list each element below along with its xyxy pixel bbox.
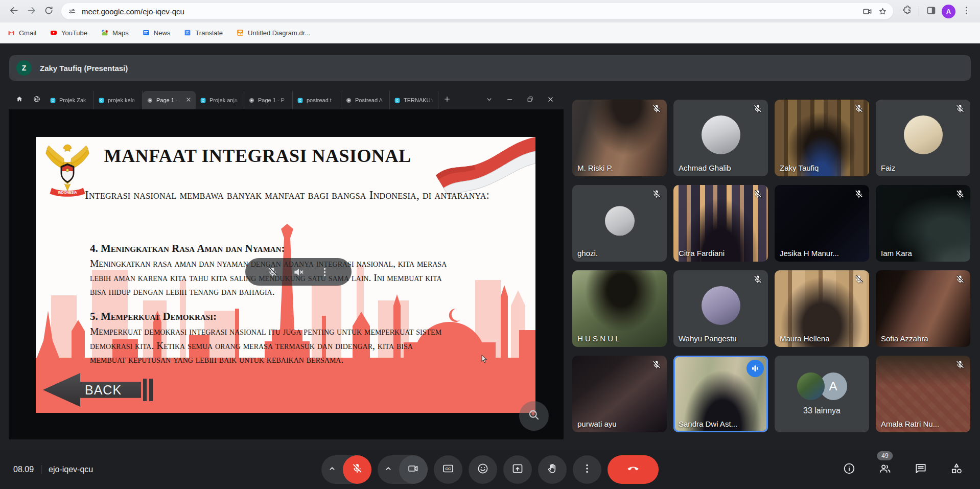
forward-button[interactable] [22,3,40,20]
play-icon [248,97,255,104]
activities-button[interactable] [946,459,967,480]
translate-icon [183,29,192,37]
chat-button[interactable] [911,459,931,480]
restore-button[interactable] [520,91,540,109]
chevron-up-icon [384,464,393,475]
more-vertical-icon[interactable] [319,266,331,278]
participant-tile-amala-ratri-nu[interactable]: Amala Ratri Nu... [876,356,970,432]
people-button[interactable]: 49 [875,459,895,480]
participant-tile-h-u-s-n-u-l[interactable]: H U S N U L [572,270,667,347]
participant-tile-wahyu-pangestu[interactable]: Wahyu Pangestu [673,270,768,347]
camera-control-group [378,455,428,484]
back-label: BACK [85,383,122,398]
remote-tab-postread-t[interactable]: postread t [293,91,341,109]
reload-button[interactable] [40,3,57,20]
new-tab-button[interactable] [438,91,456,109]
camera-in-use-icon[interactable] [859,4,875,19]
participant-tile-citra-fardiani[interactable]: Citra Fardiani [673,185,768,262]
bookmark-gmail[interactable]: Gmail [7,29,36,37]
remote-tab-page-1[interactable]: Page 1 - [143,91,196,109]
people-icon [878,462,892,477]
participant-tile-iam-kara[interactable]: Iam Kara [876,185,970,262]
bookmark-news[interactable]: News [142,29,171,37]
mic-off-icon [955,189,965,199]
mic-mute-button[interactable] [343,455,371,484]
participant-tile-m-riski-p[interactable]: M. Riski P. [572,100,667,176]
participant-tile-maura-hellena[interactable]: Maura Hellena [775,270,869,347]
remote-tab-postread-a[interactable]: Postread A [341,91,390,109]
side-panel-button[interactable] [922,3,940,20]
participant-name: Achmad Ghalib [679,164,731,172]
globe-button[interactable] [28,91,45,109]
participant-tile-33-lainnya[interactable]: A33 lainnya [775,356,869,432]
extensions-button[interactable] [898,3,916,20]
info-icon [843,462,856,477]
tab-label: TERNAKUY [404,97,434,103]
present-button[interactable] [503,455,532,484]
camera-options-button[interactable] [378,455,399,484]
more-options-button[interactable] [573,455,601,484]
camera-toggle-button[interactable] [399,455,428,484]
cc-icon: CC [442,462,454,477]
browser-toolbar: meet.google.com/ejo-iqev-qcu A [0,0,980,22]
reactions-button[interactable] [469,455,497,484]
bookmark-youtube[interactable]: YouTube [50,29,87,37]
bookmark-translate[interactable]: Translate [183,29,223,37]
participant-tile-faiz[interactable]: Faiz [876,100,970,176]
participant-tile-ghozi[interactable]: ghozi. [572,185,667,262]
mic-off-icon [753,104,763,114]
gmail-icon [7,29,15,37]
bookmark-label: YouTube [61,29,87,37]
end-call-button[interactable] [608,455,659,484]
tab-label: projek kelo [108,97,138,103]
remote-tab-ternakuy[interactable]: TERNAKUY [390,91,438,109]
participant-tile-sandra-dwi-ast[interactable]: Sandra Dwi Ast... [673,356,768,432]
close-tab-icon[interactable] [185,96,192,105]
bookmark-maps[interactable]: Maps [101,29,129,37]
participant-tile-sofia-azzahra[interactable]: Sofia Azzahra [876,270,970,347]
remote-tab-projek-anja[interactable]: Projek anja [196,91,244,109]
remote-tab-strip: Projek Zakprojek keloPage 1 -Projek anja… [9,91,564,109]
close-window-button[interactable] [540,91,561,109]
participant-tile-jesika-h-manur[interactable]: Jesika H Manur... [775,185,869,262]
profile-avatar[interactable]: A [942,5,955,18]
participant-name: ghozi. [577,249,598,258]
activities-icon [950,462,963,477]
browser-menu-button[interactable] [958,3,975,20]
back-slide-button[interactable]: BACK [43,373,155,407]
svg-text:CC: CC [446,467,451,471]
volume-off-icon[interactable] [293,266,305,278]
bookmark-star-icon[interactable] [875,4,890,19]
presentation-overlay-controls[interactable] [245,258,352,286]
remote-tab-page-1-p[interactable]: Page 1 - P [244,91,293,109]
minimize-button[interactable] [499,91,520,109]
tab-search-button[interactable] [479,91,499,109]
captions-button[interactable]: CC [434,455,462,484]
play-icon [345,97,352,104]
presentation-banner[interactable]: Z Zaky Taufiq (Presentasi) [9,55,971,81]
emoji-icon [477,462,489,477]
home-button[interactable] [11,91,28,109]
shared-screen: Projek Zakprojek keloPage 1 -Projek anja… [9,91,564,439]
site-info-icon[interactable] [67,7,77,16]
mic-off-icon[interactable] [267,266,278,278]
address-bar[interactable]: meet.google.com/ejo-iqev-qcu [61,3,893,19]
participant-tile-achmad-ghalib[interactable]: Achmad Ghalib [673,100,768,176]
meeting-details-button[interactable] [839,459,859,480]
home-icon [15,95,24,105]
url-text[interactable]: meet.google.com/ejo-iqev-qcu [82,7,859,16]
raise-hand-button[interactable] [538,455,567,484]
avatar [797,372,825,400]
tab-label: Projek Zak [59,97,89,103]
back-button[interactable] [5,3,22,20]
extensions-icon [902,5,913,18]
zoom-in-button[interactable] [519,401,549,431]
participant-tile-zaky-taufiq[interactable]: Zaky Taufiq [775,100,869,176]
participant-tile-purwati-ayu[interactable]: purwati ayu [572,356,667,432]
tab-label: Page 1 - P [258,97,288,103]
bookmark-untitled-diagram-dr[interactable]: Untitled Diagram.dr... [236,29,310,37]
mouse-cursor [479,354,491,365]
remote-tab-projek-kelo[interactable]: projek kelo [94,91,143,109]
remote-tab-projek-zak[interactable]: Projek Zak [45,91,94,109]
mic-options-button[interactable] [321,455,343,484]
